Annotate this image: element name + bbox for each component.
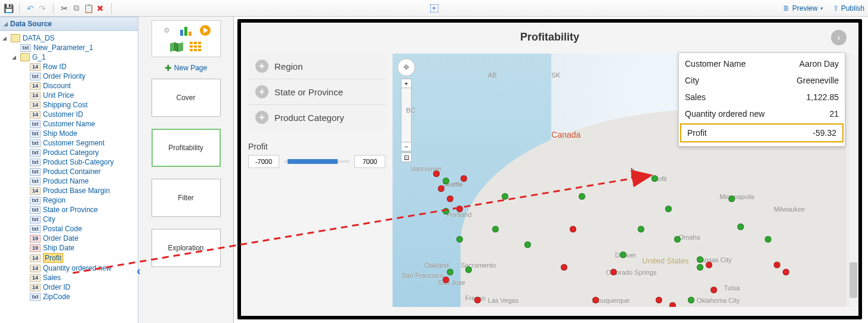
field-label: Region	[43, 196, 66, 204]
field-label: Postal Code	[43, 225, 82, 233]
map-label: Tulsa	[724, 284, 740, 291]
add-dashboard-icon[interactable]: +	[430, 4, 438, 13]
svg-rect-8	[194, 42, 197, 44]
type-badge: 14	[30, 187, 41, 195]
slider-track[interactable]	[284, 157, 350, 166]
tree-field[interactable]: txtProduct Container	[19, 167, 138, 176]
map-label: Milwaukee	[774, 206, 805, 213]
tree-field[interactable]: 14Discount	[19, 81, 138, 91]
tree-field[interactable]: 14Quantity ordered new	[19, 263, 138, 273]
redo-icon[interactable]: ↷	[38, 4, 47, 13]
tree-root[interactable]: ◢ DATA_DS	[0, 33, 138, 43]
save-icon[interactable]: 💾	[4, 4, 13, 13]
tree-field[interactable]: txtProduct Category	[19, 148, 138, 157]
tree-field[interactable]: txtZipCode	[19, 292, 138, 302]
cut-icon[interactable]: ✂	[60, 4, 69, 13]
tree-field[interactable]: 19Ship Date	[19, 243, 138, 253]
new-page-button[interactable]: ✚ New Page	[165, 61, 207, 75]
map-label: United States	[642, 256, 689, 265]
svg-rect-13	[190, 49, 193, 51]
tree-field[interactable]: 14Row ID	[19, 62, 138, 72]
tree-field[interactable]: txtRegion	[19, 195, 138, 205]
tree-field[interactable]: 14Customer ID	[19, 110, 138, 119]
slider-min[interactable]: -7000	[248, 155, 279, 168]
filter-product-category[interactable]: +Product Category	[248, 105, 385, 130]
tree-field[interactable]: 14Order ID	[19, 282, 138, 292]
data-tooltip: Customer NameAaron DayCityGreenevilleSal…	[678, 52, 845, 147]
cursor-icon	[631, 168, 641, 180]
type-badge: txt	[30, 73, 41, 80]
svg-rect-15	[198, 49, 201, 51]
data-source-header[interactable]: ◢ Data Source	[0, 17, 138, 31]
type-badge: 14	[30, 101, 41, 109]
play-icon[interactable]	[199, 24, 212, 37]
zoom-track[interactable]	[401, 88, 412, 142]
tree-field[interactable]: txtState or Province	[19, 205, 138, 215]
delete-icon[interactable]: ✖	[95, 4, 105, 13]
tree-field[interactable]: txtCustomer Segment	[19, 138, 138, 148]
svg-rect-11	[194, 45, 197, 48]
svg-marker-6	[174, 42, 178, 52]
type-badge: 14	[30, 284, 41, 291]
folder-icon	[20, 53, 30, 61]
compass-icon[interactable]: ✥	[397, 58, 415, 76]
type-badge: txt	[30, 120, 41, 128]
tree-field[interactable]: 14Profit	[19, 253, 138, 263]
field-label: Product Container	[43, 167, 101, 176]
filter-panel: +Region +State or Province +Product Cate…	[248, 54, 385, 130]
tree-field[interactable]: 14Sales	[19, 273, 138, 282]
undo-icon[interactable]: ↶	[26, 4, 35, 13]
tree-field[interactable]: 14Product Base Margin	[19, 186, 138, 195]
map-label: Las Vegas	[488, 297, 518, 304]
next-page-button[interactable]: ›	[831, 30, 847, 45]
field-label: Shipping Cost	[43, 101, 88, 109]
publish-link[interactable]: ⇪Publish	[833, 4, 864, 13]
type-badge: 14	[30, 92, 41, 100]
barchart-icon[interactable]	[180, 24, 193, 37]
tree-param[interactable]: txtNew_Parameter_1	[10, 43, 138, 52]
tree-field[interactable]: txtCustomer Name	[19, 119, 138, 129]
widget-palette[interactable]: ⚙	[152, 20, 221, 57]
tree-field[interactable]: 14Unit Price	[19, 91, 138, 100]
tree-field[interactable]: txtProduct Sub-Category	[19, 157, 138, 167]
preview-link[interactable]: 🗎Preview▾	[783, 4, 823, 13]
tree-field[interactable]: 19Order Date	[19, 234, 138, 243]
page-thumb[interactable]: Exploration	[152, 229, 221, 267]
tree-field[interactable]: txtShip Mode	[19, 129, 138, 138]
slider-max[interactable]: 7000	[354, 155, 385, 168]
tree-field[interactable]: 14Shipping Cost	[19, 100, 138, 110]
tree-field[interactable]: txtCity	[19, 215, 138, 224]
field-label: Customer Name	[43, 120, 95, 128]
type-badge: 14	[30, 111, 41, 119]
type-badge: txt	[30, 178, 41, 185]
copy-icon[interactable]: ⧉	[72, 4, 81, 13]
page-thumb[interactable]: Filter	[152, 179, 221, 217]
map-icon[interactable]	[170, 41, 183, 54]
tree-group[interactable]: ◢G_1	[10, 52, 138, 62]
tooltip-row: Customer NameAaron Day	[679, 55, 845, 72]
grid-icon[interactable]	[189, 41, 202, 54]
page-thumb[interactable]: Profitability	[152, 129, 221, 167]
tree-field[interactable]: txtOrder Priority	[19, 72, 138, 81]
paste-icon[interactable]: 📋	[84, 4, 93, 13]
svg-rect-9	[198, 42, 201, 44]
filter-region[interactable]: +Region	[248, 54, 385, 79]
zoom-out-button[interactable]: −	[401, 142, 412, 151]
tree-field[interactable]: txtPostal Code	[19, 224, 138, 234]
field-label: Product Sub-Category	[43, 158, 114, 166]
collapse-sidebar-chevron[interactable]: ‹	[137, 264, 141, 278]
zoom-in-button[interactable]: +	[401, 79, 412, 88]
filter-state[interactable]: +State or Province	[248, 79, 385, 105]
vertical-scrollbar[interactable]	[848, 54, 858, 307]
page-thumb[interactable]: Cover	[152, 79, 221, 117]
tooltip-row: Quantity ordered new21	[679, 105, 845, 122]
canvas: Profitability › +Region +State or Provin…	[234, 17, 868, 323]
zoom-fit-button[interactable]: ⊡	[401, 153, 412, 162]
field-label: Ship Date	[43, 244, 75, 252]
tree-field[interactable]: txtProduct Name	[19, 176, 138, 186]
type-badge: txt	[30, 216, 41, 223]
map-label: BC	[406, 107, 415, 114]
svg-rect-2	[189, 32, 191, 36]
data-source-tree: ◢ DATA_DS txtNew_Parameter_1 ◢G_1 14Row …	[0, 31, 138, 304]
gear-icon[interactable]: ⚙	[160, 24, 174, 37]
